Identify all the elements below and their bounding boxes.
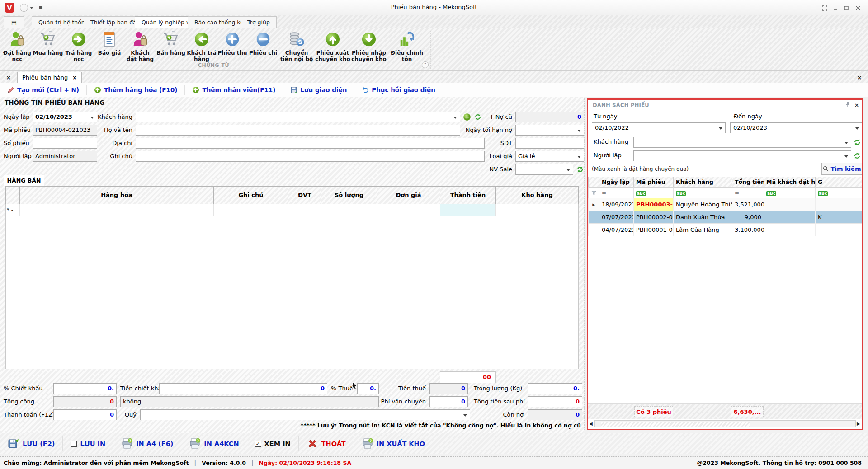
- panel-splitter[interactable]: [584, 98, 585, 430]
- filter-khach-hang[interactable]: aBc: [673, 187, 732, 198]
- grid-col-dvt[interactable]: ĐVT: [288, 186, 321, 204]
- ptable-col-ma-khach-dat-hang[interactable]: Mã khách đặt hàng: [764, 177, 815, 187]
- add-customer-icon[interactable]: [463, 113, 471, 121]
- grid-body[interactable]: [5, 204, 579, 369]
- tabbar-close-icon[interactable]: ×: [854, 73, 864, 83]
- ribbon-collapse-button[interactable]: ⌃: [422, 61, 429, 68]
- panel-refresh-creator-icon[interactable]: [853, 152, 861, 160]
- tu-ngay-field[interactable]: 02/10/2022: [592, 122, 726, 133]
- dia-chi-field[interactable]: [136, 138, 485, 149]
- save-layout-button[interactable]: Lưu giao diện: [283, 85, 354, 95]
- tab-tro-giup[interactable]: Trợ giúp: [241, 16, 277, 28]
- print-a4kcn-button[interactable]: IN A4KCN: [181, 436, 247, 451]
- grid-col-don-gia[interactable]: Đơn giá: [377, 186, 440, 204]
- minimize-icon[interactable]: [831, 3, 840, 12]
- nv-sale-field[interactable]: [515, 164, 573, 175]
- quy-field[interactable]: [140, 409, 470, 420]
- ribbon-phieu-chi[interactable]: Phiếu chi: [248, 30, 278, 56]
- filter-ma-phieu[interactable]: aBc: [633, 187, 673, 198]
- ribbon-phieu-xuat-chuyen-kho[interactable]: Phiếu xuất chuyển kho: [315, 30, 351, 63]
- save-button[interactable]: LƯU (F2): [0, 436, 63, 451]
- restore-layout-button[interactable]: Phục hồi giao diện: [354, 85, 442, 95]
- tien-chiet-khau-field[interactable]: 0: [159, 383, 327, 394]
- ribbon-chuyen-tien-noi-bo[interactable]: Chuyển tiền nội bộ: [278, 30, 315, 63]
- pin-icon[interactable]: [844, 102, 851, 109]
- checkbox-unchecked-icon[interactable]: [71, 441, 77, 447]
- sdt-field[interactable]: [515, 138, 584, 149]
- ribbon-khach-dat-hang[interactable]: Khách đặt hàng: [125, 30, 156, 63]
- filter-tong-tien[interactable]: =: [732, 187, 764, 198]
- tab-close-icon[interactable]: ×: [72, 75, 77, 81]
- ptable-col-khach-hang[interactable]: Khách hàng: [673, 177, 732, 187]
- tong-cong-field: 0: [53, 396, 117, 407]
- undo-icon: [362, 86, 369, 94]
- panel-nguoi-lap-field[interactable]: [633, 150, 851, 161]
- trong-luong-field[interactable]: 0.: [528, 383, 582, 394]
- save-print-checkbox[interactable]: LƯU IN: [63, 436, 113, 451]
- search-button[interactable]: Tìm kiếm: [821, 163, 862, 175]
- den-ngay-field[interactable]: 02/10/2023: [730, 122, 862, 133]
- ptable-col-cut[interactable]: G: [815, 177, 862, 187]
- checkbox-checked-icon[interactable]: ✓: [255, 441, 261, 447]
- ptable-col-ngay-lap[interactable]: Ngày lập: [599, 177, 633, 187]
- grid-col-thanh-tien[interactable]: Thành tiền: [440, 186, 495, 204]
- new-button[interactable]: Tạo mới (Ctrl + N): [0, 85, 87, 95]
- ribbon-bao-gia[interactable]: Báo giá: [94, 30, 125, 56]
- refresh-nvsale-icon[interactable]: [576, 165, 584, 174]
- print-a4-button[interactable]: IN A4 (F6): [113, 436, 181, 451]
- ribbon-mua-hang[interactable]: Mua hàng: [33, 30, 63, 56]
- titlebar: V ≡ Phiếu bán hàng - MekongSoft: [0, 0, 868, 15]
- close-icon[interactable]: [854, 3, 863, 12]
- ptable-col-ma-phieu[interactable]: Mã phiếu: [633, 177, 673, 187]
- invoice-row[interactable]: ▸ 18/09/2023 PBH00003-... Nguyễn Hoàng T…: [588, 198, 862, 211]
- ribbon-khach-tra-hang[interactable]: Khách trả hàng: [186, 30, 217, 63]
- chiet-khau-pct-field[interactable]: 0.: [53, 383, 117, 394]
- filter-cut[interactable]: aBc: [815, 187, 862, 198]
- menu-icon-tab[interactable]: ▤: [4, 16, 24, 28]
- ribbon-phieu-thu[interactable]: Phiếu thu: [217, 30, 248, 56]
- filter-ma-khach[interactable]: aBc: [764, 187, 815, 198]
- invoice-row-selected[interactable]: 07/07/2023 PBH00002-0... Danh Xuân Thừa …: [588, 211, 862, 224]
- filter-ngay-lap[interactable]: =: [599, 187, 633, 198]
- close-all-tabs-icon[interactable]: ×: [4, 73, 14, 83]
- grid-col-hang-hoa[interactable]: Hàng hóa: [19, 186, 213, 204]
- exit-button[interactable]: THOÁT: [299, 436, 354, 451]
- ribbon-tra-hang-ncc[interactable]: Trả hàng ncc: [63, 30, 94, 63]
- preview-checkbox[interactable]: ✓XEM IN: [247, 436, 299, 451]
- phi-van-chuyen-field[interactable]: 0: [429, 396, 468, 407]
- horizontal-scrollbar[interactable]: ◀ ▶: [589, 420, 861, 427]
- han-no-field[interactable]: [515, 125, 584, 136]
- ribbon-dieu-chinh-ton[interactable]: Điều chỉnh tồn: [387, 30, 427, 63]
- scrollbar-thumb[interactable]: [601, 422, 750, 427]
- grid-new-row[interactable]: * -: [5, 204, 579, 216]
- ghi-chu-field[interactable]: [136, 151, 485, 162]
- panel-khach-hang-field[interactable]: [633, 137, 851, 148]
- thanh-toan-field[interactable]: 0: [53, 409, 117, 420]
- grid-col-so-luong[interactable]: Số lượng: [321, 186, 377, 204]
- grid-col-ghi-chu[interactable]: Ghi chú: [213, 186, 288, 204]
- ribbon-ban-hang[interactable]: Bán hàng: [156, 30, 186, 56]
- ho-ten-field[interactable]: [136, 125, 460, 136]
- tab-hang-ban[interactable]: HÀNG BÁN: [4, 175, 44, 186]
- refresh-customer-icon[interactable]: [474, 113, 482, 121]
- invoice-row[interactable]: 04/07/2023 PBH00001-0... Lâm Cửa Hàng 3,…: [588, 224, 862, 236]
- print-warehouse-button[interactable]: IN XUẤT KHO: [354, 436, 433, 451]
- loai-gia-field[interactable]: Giá lẻ: [515, 151, 584, 162]
- thue-pct-field[interactable]: 0.: [357, 383, 379, 394]
- add-staff-button[interactable]: Thêm nhân viên(F11): [185, 85, 283, 95]
- panel-close-icon[interactable]: ×: [853, 102, 860, 109]
- scroll-right-icon[interactable]: ▶: [857, 421, 861, 426]
- ribbon-dat-hang-ncc[interactable]: Đặt hàng ncc: [2, 30, 33, 63]
- thanh-tien-active-cell[interactable]: [440, 204, 495, 216]
- scroll-left-icon[interactable]: ◀: [589, 421, 594, 426]
- fullscreen-icon[interactable]: [820, 3, 829, 12]
- add-item-button[interactable]: Thêm hàng hóa (F10): [87, 85, 185, 95]
- maximize-icon[interactable]: [842, 3, 851, 12]
- grid-col-kho-hang[interactable]: Kho hàng: [495, 186, 579, 204]
- khach-hang-field[interactable]: [136, 112, 460, 122]
- filter-row-icon[interactable]: [588, 187, 599, 198]
- ribbon-phieu-nhap-chuyen-kho[interactable]: Phiếu nhập chuyển kho: [351, 30, 387, 63]
- panel-refresh-customer-icon[interactable]: [853, 138, 861, 146]
- doc-tab-phieu-ban-hang[interactable]: Phiếu bán hàng×: [17, 72, 82, 83]
- ptable-col-tong-tien[interactable]: Tổng tiền: [732, 177, 764, 187]
